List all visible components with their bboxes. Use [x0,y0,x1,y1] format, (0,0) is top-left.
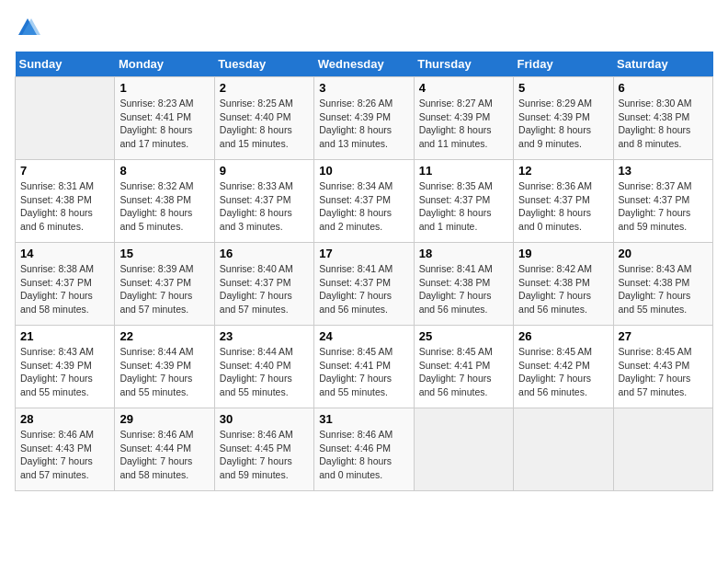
day-info: Sunrise: 8:45 AMSunset: 4:43 PMDaylight:… [619,345,708,399]
day-info: Sunrise: 8:44 AMSunset: 4:39 PMDaylight:… [119,345,209,399]
day-cell: 2Sunrise: 8:25 AMSunset: 4:40 PMDaylight… [214,77,313,160]
day-info: Sunrise: 8:45 AMSunset: 4:41 PMDaylight:… [419,345,508,399]
day-cell: 4Sunrise: 8:27 AMSunset: 4:39 PMDaylight… [414,77,513,160]
day-number: 11 [419,164,508,178]
day-info: Sunrise: 8:35 AMSunset: 4:37 PMDaylight:… [419,179,508,234]
day-cell: 5Sunrise: 8:29 AMSunset: 4:39 PMDaylight… [514,77,613,160]
day-number: 27 [619,329,708,343]
logo [15,15,44,40]
day-number: 22 [119,329,209,343]
header-cell-tuesday: Tuesday [214,52,313,77]
day-cell: 23Sunrise: 8:44 AMSunset: 4:40 PMDayligh… [214,326,313,408]
day-cell: 29Sunrise: 8:46 AMSunset: 4:44 PMDayligh… [115,408,214,491]
day-cell [514,408,613,491]
header-cell-friday: Friday [514,52,613,77]
page-header [15,15,713,40]
day-info: Sunrise: 8:30 AMSunset: 4:38 PMDaylight:… [619,97,708,151]
day-cell [414,408,513,491]
header-cell-sunday: Sunday [16,52,115,77]
day-cell: 15Sunrise: 8:39 AMSunset: 4:37 PMDayligh… [115,243,214,326]
header-row: SundayMondayTuesdayWednesdayThursdayFrid… [16,52,713,77]
day-info: Sunrise: 8:46 AMSunset: 4:46 PMDaylight:… [319,428,408,482]
day-info: Sunrise: 8:46 AMSunset: 4:44 PMDaylight:… [119,428,209,482]
day-info: Sunrise: 8:25 AMSunset: 4:40 PMDaylight:… [220,97,309,151]
day-cell: 6Sunrise: 8:30 AMSunset: 4:38 PMDaylight… [613,77,712,160]
day-cell: 28Sunrise: 8:46 AMSunset: 4:43 PMDayligh… [16,408,115,491]
day-info: Sunrise: 8:45 AMSunset: 4:42 PMDaylight:… [518,345,608,399]
day-info: Sunrise: 8:40 AMSunset: 4:37 PMDaylight:… [220,262,309,316]
day-number: 18 [419,247,508,260]
day-cell: 3Sunrise: 8:26 AMSunset: 4:39 PMDaylight… [314,77,414,160]
week-row-3: 14Sunrise: 8:38 AMSunset: 4:37 PMDayligh… [16,243,713,326]
day-cell: 30Sunrise: 8:46 AMSunset: 4:45 PMDayligh… [214,408,313,491]
day-cell: 24Sunrise: 8:45 AMSunset: 4:41 PMDayligh… [314,326,414,408]
day-info: Sunrise: 8:32 AMSunset: 4:38 PMDaylight:… [119,179,209,234]
day-number: 17 [319,247,408,260]
day-number: 28 [20,412,109,426]
day-info: Sunrise: 8:41 AMSunset: 4:38 PMDaylight:… [419,262,508,316]
day-number: 15 [119,247,209,260]
day-number: 29 [119,412,209,426]
calendar-body: 1Sunrise: 8:23 AMSunset: 4:41 PMDaylight… [16,77,713,491]
day-number: 24 [319,329,408,343]
day-cell: 26Sunrise: 8:45 AMSunset: 4:42 PMDayligh… [514,326,613,408]
day-info: Sunrise: 8:44 AMSunset: 4:40 PMDaylight:… [220,345,309,399]
day-cell: 16Sunrise: 8:40 AMSunset: 4:37 PMDayligh… [214,243,313,326]
day-info: Sunrise: 8:38 AMSunset: 4:37 PMDaylight:… [20,262,109,316]
day-number: 30 [220,412,309,426]
day-number: 31 [319,412,408,426]
day-cell: 22Sunrise: 8:44 AMSunset: 4:39 PMDayligh… [115,326,214,408]
day-info: Sunrise: 8:46 AMSunset: 4:43 PMDaylight:… [20,428,109,482]
day-cell: 18Sunrise: 8:41 AMSunset: 4:38 PMDayligh… [414,243,513,326]
day-info: Sunrise: 8:34 AMSunset: 4:37 PMDaylight:… [319,179,408,234]
day-number: 2 [220,81,309,95]
day-cell: 25Sunrise: 8:45 AMSunset: 4:41 PMDayligh… [414,326,513,408]
day-number: 25 [419,329,508,343]
day-number: 4 [419,81,508,95]
day-info: Sunrise: 8:37 AMSunset: 4:37 PMDaylight:… [619,179,708,234]
day-number: 7 [20,164,109,178]
day-number: 14 [20,247,109,260]
day-cell [613,408,712,491]
header-cell-wednesday: Wednesday [314,52,414,77]
week-row-4: 21Sunrise: 8:43 AMSunset: 4:39 PMDayligh… [16,326,713,408]
day-number: 1 [119,81,209,95]
calendar-header: SundayMondayTuesdayWednesdayThursdayFrid… [16,52,713,77]
day-cell: 11Sunrise: 8:35 AMSunset: 4:37 PMDayligh… [414,160,513,243]
week-row-1: 1Sunrise: 8:23 AMSunset: 4:41 PMDaylight… [16,77,713,160]
header-cell-thursday: Thursday [414,52,513,77]
day-cell: 31Sunrise: 8:46 AMSunset: 4:46 PMDayligh… [314,408,414,491]
day-cell: 12Sunrise: 8:36 AMSunset: 4:37 PMDayligh… [514,160,613,243]
day-number: 13 [619,164,708,178]
day-number: 5 [518,81,608,95]
day-number: 21 [20,329,109,343]
day-cell [16,77,115,160]
day-info: Sunrise: 8:27 AMSunset: 4:39 PMDaylight:… [419,97,508,151]
week-row-5: 28Sunrise: 8:46 AMSunset: 4:43 PMDayligh… [16,408,713,491]
day-cell: 7Sunrise: 8:31 AMSunset: 4:38 PMDaylight… [16,160,115,243]
day-info: Sunrise: 8:43 AMSunset: 4:39 PMDaylight:… [20,345,109,399]
day-info: Sunrise: 8:31 AMSunset: 4:38 PMDaylight:… [20,179,109,234]
day-info: Sunrise: 8:33 AMSunset: 4:37 PMDaylight:… [220,179,309,234]
day-cell: 27Sunrise: 8:45 AMSunset: 4:43 PMDayligh… [613,326,712,408]
day-number: 8 [119,164,209,178]
day-cell: 19Sunrise: 8:42 AMSunset: 4:38 PMDayligh… [514,243,613,326]
week-row-2: 7Sunrise: 8:31 AMSunset: 4:38 PMDaylight… [16,160,713,243]
logo-icon [15,15,40,40]
day-info: Sunrise: 8:42 AMSunset: 4:38 PMDaylight:… [518,262,608,316]
day-number: 16 [220,247,309,260]
day-number: 3 [319,81,408,95]
day-cell: 17Sunrise: 8:41 AMSunset: 4:37 PMDayligh… [314,243,414,326]
day-info: Sunrise: 8:41 AMSunset: 4:37 PMDaylight:… [319,262,408,316]
calendar-table: SundayMondayTuesdayWednesdayThursdayFrid… [15,52,713,491]
day-cell: 1Sunrise: 8:23 AMSunset: 4:41 PMDaylight… [115,77,214,160]
day-cell: 9Sunrise: 8:33 AMSunset: 4:37 PMDaylight… [214,160,313,243]
day-cell: 20Sunrise: 8:43 AMSunset: 4:38 PMDayligh… [613,243,712,326]
day-info: Sunrise: 8:43 AMSunset: 4:38 PMDaylight:… [619,262,708,316]
day-number: 20 [619,247,708,260]
day-number: 26 [518,329,608,343]
header-cell-saturday: Saturday [613,52,712,77]
day-cell: 8Sunrise: 8:32 AMSunset: 4:38 PMDaylight… [115,160,214,243]
header-cell-monday: Monday [115,52,214,77]
day-number: 6 [619,81,708,95]
